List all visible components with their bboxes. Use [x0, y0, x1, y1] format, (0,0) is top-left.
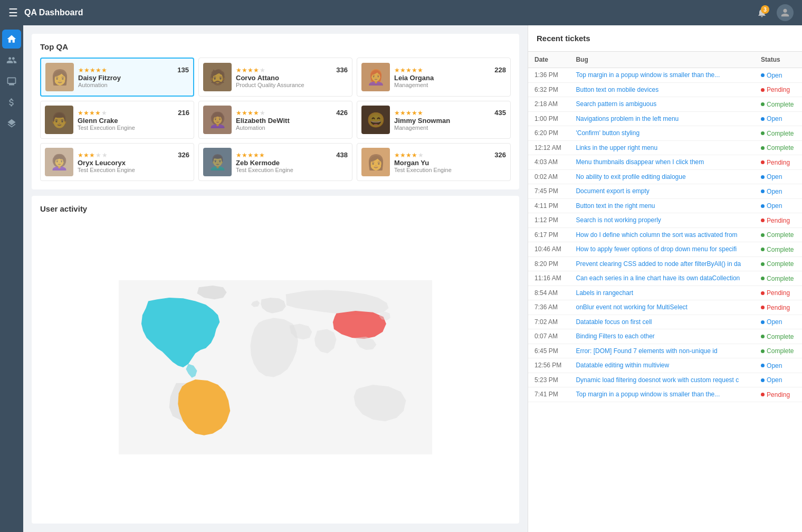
- table-row[interactable]: 7:45 PM Document export is empty Open: [528, 184, 802, 199]
- table-row[interactable]: 1:00 PM Navigations problem in the left …: [528, 111, 802, 126]
- qa-name: Glenn Crake: [78, 117, 189, 125]
- ticket-date: 7:41 PM: [528, 387, 569, 402]
- recent-tickets-title: Recent tickets: [537, 34, 794, 43]
- status-badge: Open: [761, 188, 782, 195]
- ticket-status: Open: [755, 315, 802, 329]
- ticket-status: Pending: [755, 155, 802, 170]
- table-row[interactable]: 7:41 PM Top margin in a popup window is …: [528, 387, 802, 402]
- qa-card[interactable]: 👨 ★★★★★ 216 Glenn Crake Test Execution E…: [40, 101, 194, 139]
- qa-card[interactable]: 👨‍🦱 ★★★★★ 438 Zeb Kermode Test Execution…: [198, 143, 352, 181]
- status-badge: Pending: [761, 304, 790, 311]
- world-map-container: [40, 220, 511, 515]
- qa-role: Test Execution Engine: [78, 167, 189, 173]
- table-row[interactable]: 6:17 PM How do I define which column the…: [528, 227, 802, 242]
- table-row[interactable]: 12:56 PM Datatable editing within multiv…: [528, 358, 802, 373]
- col-status: Status: [755, 52, 802, 68]
- qa-info: ★★★★★ 426 Elizabeth DeWitt Automation: [236, 109, 348, 131]
- table-row[interactable]: 4:11 PM Button text in the right menu Op…: [528, 198, 802, 213]
- table-row[interactable]: 0:02 AM No ability to exit profile editi…: [528, 169, 802, 184]
- table-row[interactable]: 10:46 AM How to apply fewer options of d…: [528, 242, 802, 257]
- table-row[interactable]: 4:03 AM Menu thumbnails disappear when I…: [528, 155, 802, 170]
- qa-score: 326: [178, 151, 189, 159]
- ticket-bug: Search pattern is ambiguous: [569, 97, 755, 112]
- ticket-date: 7:02 AM: [528, 315, 569, 329]
- main-content: Top QA 👩 ★★★★★ 135 Daisy Fitzroy Automat…: [23, 25, 802, 532]
- qa-card[interactable]: 👩‍🦰 ★★★★★ 228 Leia Organa Management: [357, 58, 511, 97]
- qa-stars: ★★★★★: [236, 109, 265, 117]
- tickets-table[interactable]: Date Bug Status 1:36 PM Top margin in a …: [528, 52, 802, 532]
- qa-avatar: 👨‍🦱: [203, 148, 232, 176]
- sidebar-item-users[interactable]: [2, 51, 21, 70]
- hamburger-icon[interactable]: ☰: [8, 6, 18, 19]
- ticket-bug: Prevent clearing CSS added to node after…: [569, 256, 755, 271]
- status-badge: Complete: [761, 130, 794, 137]
- sidebar-item-finance[interactable]: [2, 93, 21, 112]
- qa-role: Test Execution Engine: [78, 125, 189, 131]
- status-dot: [761, 218, 765, 222]
- ticket-date: 0:02 AM: [528, 169, 569, 184]
- ticket-date: 6:32 PM: [528, 82, 569, 97]
- sidebar-item-monitor[interactable]: [2, 72, 21, 91]
- notifications-button[interactable]: 3: [753, 4, 770, 21]
- ticket-bug: Binding Filters to each other: [569, 329, 755, 344]
- avatar-icon: [780, 8, 790, 17]
- qa-info: ★★★★★ 216 Glenn Crake Test Execution Eng…: [78, 109, 189, 131]
- ticket-date: 1:12 PM: [528, 213, 569, 228]
- table-row[interactable]: 8:20 PM Prevent clearing CSS added to no…: [528, 256, 802, 271]
- status-badge: Complete: [761, 144, 794, 151]
- qa-card[interactable]: 👩‍🦱 ★★★★★ 326 Oryx Leucoryx Test Executi…: [40, 143, 194, 181]
- table-row[interactable]: 12:12 AM Links in the upper right menu C…: [528, 140, 802, 155]
- ticket-status: Complete: [755, 227, 802, 242]
- ticket-date: 6:17 PM: [528, 227, 569, 242]
- qa-avatar: 👩‍🦰: [361, 63, 390, 91]
- ticket-bug: No ability to exit profile editing dialo…: [569, 169, 755, 184]
- ticket-date: 4:03 AM: [528, 155, 569, 170]
- qa-name: Morgan Yu: [394, 159, 506, 167]
- status-dot: [761, 320, 765, 324]
- table-row[interactable]: 6:45 PM Error: [DOM] Found 7 elements wi…: [528, 344, 802, 358]
- qa-role: Management: [394, 82, 506, 88]
- status-dot: [761, 117, 765, 121]
- qa-score: 336: [336, 66, 348, 74]
- monitor-icon: [6, 76, 17, 87]
- table-row[interactable]: 6:20 PM 'Confirm' button styling Complet…: [528, 126, 802, 141]
- ticket-status: Pending: [755, 300, 802, 315]
- qa-card[interactable]: 🧔 ★★★★★ 336 Corvo Attano Product Quality…: [198, 58, 352, 97]
- qa-card[interactable]: 👩 ★★★★★ 135 Daisy Fitzroy Automation: [40, 58, 194, 97]
- table-row[interactable]: 1:36 PM Top margin in a popup window is …: [528, 68, 802, 83]
- table-row[interactable]: 2:18 AM Search pattern is ambiguous Comp…: [528, 97, 802, 112]
- ticket-bug: Document export is empty: [569, 184, 755, 199]
- ticket-bug: How to apply fewer options of drop down …: [569, 242, 755, 257]
- sidebar-item-home[interactable]: [2, 30, 21, 49]
- ticket-date: 8:20 PM: [528, 256, 569, 271]
- status-dot: [761, 262, 765, 266]
- qa-avatar: 😄: [361, 106, 390, 134]
- user-avatar[interactable]: [777, 4, 794, 21]
- ticket-date: 1:36 PM: [528, 68, 569, 83]
- sidebar-item-layers[interactable]: [2, 114, 21, 133]
- status-dot: [761, 146, 765, 150]
- table-row[interactable]: 6:32 PM Button text on mobile devices Pe…: [528, 82, 802, 97]
- table-row[interactable]: 8:54 AM Labels in rangechart Pending: [528, 286, 802, 300]
- table-row[interactable]: 0:07 AM Binding Filters to each other Co…: [528, 329, 802, 344]
- qa-role: Test Execution Engine: [394, 167, 506, 173]
- table-row[interactable]: 5:23 PM Dynamic load filtering doesnot w…: [528, 373, 802, 387]
- ticket-bug: Navigations problem in the left menu: [569, 111, 755, 126]
- status-badge: Complete: [761, 231, 794, 239]
- ticket-bug: Button text in the right menu: [569, 198, 755, 213]
- home-icon: [6, 34, 17, 44]
- table-row[interactable]: 11:16 AM Can each series in a line chart…: [528, 271, 802, 286]
- table-row[interactable]: 7:02 AM Datatable focus on first cell Op…: [528, 315, 802, 329]
- qa-score: 216: [178, 109, 189, 117]
- ticket-date: 12:56 PM: [528, 358, 569, 373]
- table-row[interactable]: 1:12 PM Search is not working properly P…: [528, 213, 802, 228]
- table-row[interactable]: 7:36 AM onBlur event not working for Mul…: [528, 300, 802, 315]
- ticket-date: 4:11 PM: [528, 198, 569, 213]
- status-badge: Open: [761, 362, 782, 369]
- qa-card[interactable]: 😄 ★★★★★ 435 Jimmy Snowman Management: [357, 101, 511, 139]
- qa-name: Oryx Leucoryx: [78, 159, 189, 167]
- ticket-status: Complete: [755, 126, 802, 141]
- qa-stars: ★★★★★: [78, 151, 108, 159]
- qa-card[interactable]: 👩 ★★★★★ 326 Morgan Yu Test Execution Eng…: [357, 143, 511, 181]
- qa-card[interactable]: 👩‍🦱 ★★★★★ 426 Elizabeth DeWitt Automatio…: [198, 101, 352, 139]
